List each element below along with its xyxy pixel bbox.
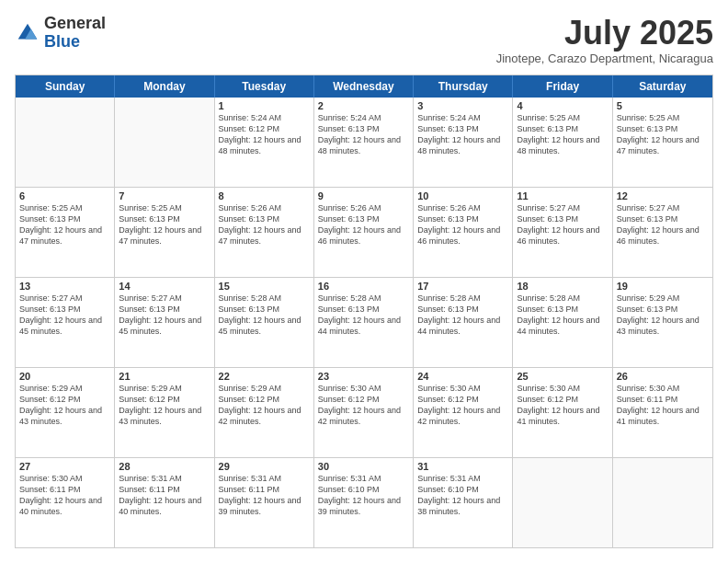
page-header: General Blue July 2025 Jinotepe, Carazo … — [15, 15, 713, 65]
day-cell-13: 13Sunrise: 5:27 AM Sunset: 6:13 PM Dayli… — [16, 278, 115, 367]
day-number: 30 — [318, 461, 409, 472]
day-cell-15: 15Sunrise: 5:28 AM Sunset: 6:13 PM Dayli… — [215, 278, 314, 367]
day-number: 25 — [517, 371, 608, 382]
day-cell-2: 2Sunrise: 5:24 AM Sunset: 6:13 PM Daylig… — [314, 98, 414, 187]
day-number: 12 — [617, 190, 709, 201]
day-info: Sunrise: 5:29 AM Sunset: 6:12 PM Dayligh… — [19, 383, 110, 428]
day-info: Sunrise: 5:24 AM Sunset: 6:13 PM Dayligh… — [417, 112, 508, 157]
day-info: Sunrise: 5:27 AM Sunset: 6:13 PM Dayligh… — [517, 202, 608, 247]
day-cell-5: 5Sunrise: 5:25 AM Sunset: 6:13 PM Daylig… — [613, 98, 712, 187]
day-cell-20: 20Sunrise: 5:29 AM Sunset: 6:12 PM Dayli… — [16, 368, 115, 457]
header-saturday: Saturday — [613, 75, 712, 98]
day-cell-19: 19Sunrise: 5:29 AM Sunset: 6:13 PM Dayli… — [613, 278, 712, 367]
day-cell-24: 24Sunrise: 5:30 AM Sunset: 6:12 PM Dayli… — [414, 368, 513, 457]
day-info: Sunrise: 5:27 AM Sunset: 6:13 PM Dayligh… — [617, 202, 709, 247]
day-number: 27 — [19, 461, 110, 472]
logo-icon — [15, 20, 40, 46]
day-number: 13 — [19, 281, 110, 292]
week-row-1: 1Sunrise: 5:24 AM Sunset: 6:12 PM Daylig… — [16, 98, 712, 187]
day-number: 23 — [318, 371, 409, 382]
day-info: Sunrise: 5:30 AM Sunset: 6:12 PM Dayligh… — [318, 383, 409, 428]
day-info: Sunrise: 5:31 AM Sunset: 6:10 PM Dayligh… — [318, 473, 409, 518]
day-number: 24 — [417, 371, 508, 382]
day-cell-30: 30Sunrise: 5:31 AM Sunset: 6:10 PM Dayli… — [314, 458, 414, 547]
empty-cell — [613, 458, 712, 547]
day-number: 15 — [219, 281, 310, 292]
day-number: 31 — [417, 461, 508, 472]
day-number: 3 — [417, 100, 508, 111]
logo-text: General Blue — [44, 15, 106, 52]
day-number: 29 — [219, 461, 310, 472]
location-subtitle: Jinotepe, Carazo Department, Nicaragua — [496, 52, 713, 65]
day-info: Sunrise: 5:30 AM Sunset: 6:11 PM Dayligh… — [19, 473, 110, 518]
day-info: Sunrise: 5:30 AM Sunset: 6:11 PM Dayligh… — [617, 383, 709, 428]
day-info: Sunrise: 5:29 AM Sunset: 6:12 PM Dayligh… — [119, 383, 210, 428]
day-number: 16 — [318, 281, 409, 292]
day-number: 7 — [119, 190, 210, 201]
day-number: 10 — [417, 190, 508, 201]
day-cell-10: 10Sunrise: 5:26 AM Sunset: 6:13 PM Dayli… — [414, 188, 513, 277]
day-cell-28: 28Sunrise: 5:31 AM Sunset: 6:11 PM Dayli… — [115, 458, 214, 547]
day-cell-14: 14Sunrise: 5:27 AM Sunset: 6:13 PM Dayli… — [115, 278, 214, 367]
day-cell-6: 6Sunrise: 5:25 AM Sunset: 6:13 PM Daylig… — [16, 188, 115, 277]
empty-cell — [16, 98, 115, 187]
day-info: Sunrise: 5:28 AM Sunset: 6:13 PM Dayligh… — [219, 293, 310, 338]
header-tuesday: Tuesday — [215, 75, 314, 98]
day-number: 8 — [219, 190, 310, 201]
day-info: Sunrise: 5:25 AM Sunset: 6:13 PM Dayligh… — [119, 202, 210, 247]
day-info: Sunrise: 5:24 AM Sunset: 6:13 PM Dayligh… — [318, 112, 409, 157]
day-cell-26: 26Sunrise: 5:30 AM Sunset: 6:11 PM Dayli… — [613, 368, 712, 457]
day-cell-12: 12Sunrise: 5:27 AM Sunset: 6:13 PM Dayli… — [613, 188, 712, 277]
empty-cell — [513, 458, 612, 547]
header-wednesday: Wednesday — [314, 75, 414, 98]
day-cell-31: 31Sunrise: 5:31 AM Sunset: 6:10 PM Dayli… — [414, 458, 513, 547]
day-info: Sunrise: 5:29 AM Sunset: 6:13 PM Dayligh… — [617, 293, 709, 338]
day-info: Sunrise: 5:31 AM Sunset: 6:11 PM Dayligh… — [119, 473, 210, 518]
day-info: Sunrise: 5:28 AM Sunset: 6:13 PM Dayligh… — [318, 293, 409, 338]
day-cell-9: 9Sunrise: 5:26 AM Sunset: 6:13 PM Daylig… — [314, 188, 414, 277]
day-number: 20 — [19, 371, 110, 382]
day-cell-11: 11Sunrise: 5:27 AM Sunset: 6:13 PM Dayli… — [513, 188, 612, 277]
header-monday: Monday — [115, 75, 214, 98]
day-cell-23: 23Sunrise: 5:30 AM Sunset: 6:12 PM Dayli… — [314, 368, 414, 457]
day-info: Sunrise: 5:28 AM Sunset: 6:13 PM Dayligh… — [517, 293, 608, 338]
day-info: Sunrise: 5:27 AM Sunset: 6:13 PM Dayligh… — [19, 293, 110, 338]
empty-cell — [115, 98, 214, 187]
header-friday: Friday — [513, 75, 612, 98]
day-number: 14 — [119, 281, 210, 292]
day-cell-1: 1Sunrise: 5:24 AM Sunset: 6:12 PM Daylig… — [215, 98, 314, 187]
day-info: Sunrise: 5:25 AM Sunset: 6:13 PM Dayligh… — [19, 202, 110, 247]
title-section: July 2025 Jinotepe, Carazo Department, N… — [496, 15, 713, 65]
day-info: Sunrise: 5:30 AM Sunset: 6:12 PM Dayligh… — [417, 383, 508, 428]
day-number: 18 — [517, 281, 608, 292]
week-row-2: 6Sunrise: 5:25 AM Sunset: 6:13 PM Daylig… — [16, 187, 712, 277]
week-row-4: 20Sunrise: 5:29 AM Sunset: 6:12 PM Dayli… — [16, 367, 712, 457]
day-info: Sunrise: 5:30 AM Sunset: 6:12 PM Dayligh… — [517, 383, 608, 428]
day-number: 22 — [219, 371, 310, 382]
day-cell-16: 16Sunrise: 5:28 AM Sunset: 6:13 PM Dayli… — [314, 278, 414, 367]
day-cell-25: 25Sunrise: 5:30 AM Sunset: 6:12 PM Dayli… — [513, 368, 612, 457]
calendar-body: 1Sunrise: 5:24 AM Sunset: 6:12 PM Daylig… — [16, 98, 712, 547]
logo-general: General — [44, 15, 106, 33]
day-cell-17: 17Sunrise: 5:28 AM Sunset: 6:13 PM Dayli… — [414, 278, 513, 367]
logo-blue: Blue — [44, 33, 106, 52]
month-title: July 2025 — [496, 15, 713, 52]
day-number: 6 — [19, 190, 110, 201]
week-row-3: 13Sunrise: 5:27 AM Sunset: 6:13 PM Dayli… — [16, 277, 712, 367]
day-number: 11 — [517, 190, 608, 201]
day-info: Sunrise: 5:26 AM Sunset: 6:13 PM Dayligh… — [417, 202, 508, 247]
day-info: Sunrise: 5:25 AM Sunset: 6:13 PM Dayligh… — [617, 112, 709, 157]
day-number: 28 — [119, 461, 210, 472]
day-number: 19 — [617, 281, 709, 292]
day-info: Sunrise: 5:26 AM Sunset: 6:13 PM Dayligh… — [318, 202, 409, 247]
day-number: 2 — [318, 100, 409, 111]
day-info: Sunrise: 5:26 AM Sunset: 6:13 PM Dayligh… — [219, 202, 310, 247]
calendar: Sunday Monday Tuesday Wednesday Thursday… — [15, 75, 713, 548]
day-cell-18: 18Sunrise: 5:28 AM Sunset: 6:13 PM Dayli… — [513, 278, 612, 367]
header-sunday: Sunday — [16, 75, 115, 98]
day-number: 1 — [219, 100, 310, 111]
calendar-page: General Blue July 2025 Jinotepe, Carazo … — [0, 0, 728, 563]
day-info: Sunrise: 5:31 AM Sunset: 6:11 PM Dayligh… — [219, 473, 310, 518]
day-number: 26 — [617, 371, 709, 382]
day-info: Sunrise: 5:24 AM Sunset: 6:12 PM Dayligh… — [219, 112, 310, 157]
